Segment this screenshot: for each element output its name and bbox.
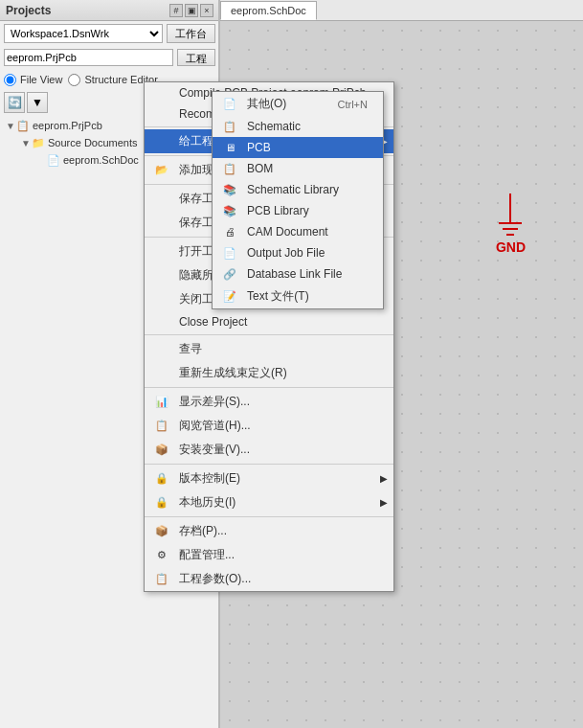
- project-row: 工程: [0, 46, 219, 69]
- other-shortcut: Ctrl+N: [338, 99, 368, 110]
- submenu-item-sch-lib-label: Schematic Library: [247, 183, 339, 196]
- submenu-item-output-job-label: Output Job File: [247, 246, 325, 260]
- hide-all-icon: [152, 268, 171, 284]
- submenu-item-sch-lib[interactable]: 📚 Schematic Library: [213, 179, 383, 200]
- menu-item-close-project-label: Close Project: [179, 315, 247, 329]
- tree-icon-project: 📋: [15, 118, 31, 133]
- tree-icon-source: 📁: [31, 135, 46, 150]
- submenu-item-db-link-label: Database Link File: [247, 267, 342, 281]
- project-input[interactable]: [4, 49, 173, 66]
- panel-header: Projects # ▣ ×: [0, 0, 219, 21]
- cam-doc-icon: 🖨: [220, 224, 239, 239]
- menu-sep-6: [145, 387, 393, 388]
- panel-float-button[interactable]: ▣: [185, 4, 198, 17]
- save-project-icon: [152, 192, 171, 207]
- tab-bar: eeprom.SchDoc: [220, 0, 583, 21]
- workspace-row: Workspace1.DsnWrk 工作台: [0, 21, 219, 46]
- submenu-item-schematic[interactable]: 📋 Schematic: [213, 116, 383, 137]
- structure-view-radio[interactable]: [68, 74, 80, 86]
- tree-label-schdoc: eeprom.SchDoc: [63, 154, 139, 166]
- menu-item-search[interactable]: 查寻: [145, 337, 393, 361]
- local-hist-arrow: ▶: [380, 497, 388, 508]
- menu-item-search-label: 查寻: [179, 341, 202, 357]
- menu-item-browse-channel[interactable]: 📋 阅览管道(H)...: [145, 414, 393, 438]
- toolbar-icon-1[interactable]: 🔄: [4, 92, 25, 113]
- menu-item-version-ctrl-label: 版本控制(E): [179, 470, 240, 487]
- pcb-lib-icon: 📚: [220, 203, 239, 218]
- menu-item-config-mgr-label: 配置管理...: [179, 547, 235, 563]
- file-view-radio[interactable]: [4, 74, 16, 86]
- recompile-icon: [152, 106, 171, 122]
- workspace-dropdown[interactable]: Workspace1.DsnWrk: [4, 24, 163, 43]
- submenu-item-bom[interactable]: 📋 BOM: [213, 158, 383, 179]
- menu-sep-5: [145, 334, 393, 335]
- menu-item-proj-params[interactable]: 📋 工程参数(O)...: [145, 567, 393, 591]
- tree-arrow-project: ▼: [6, 121, 15, 131]
- local-hist-icon: 🔒: [152, 495, 171, 511]
- menu-item-proj-params-label: 工程参数(O)...: [179, 571, 251, 587]
- submenu-item-cam-doc[interactable]: 🖨 CAM Document: [213, 221, 383, 242]
- menu-item-browse-channel-label: 阅览管道(H)...: [179, 418, 251, 434]
- version-ctrl-icon: 🔒: [152, 471, 171, 487]
- close-project-icon: [152, 314, 171, 330]
- menu-item-version-ctrl[interactable]: 🔒 版本控制(E) ▶: [145, 466, 393, 490]
- menu-item-regen[interactable]: 重新生成线束定义(R): [145, 361, 393, 385]
- close-docs-icon: [152, 292, 171, 307]
- text-file-icon: 📝: [220, 289, 239, 305]
- bom-icon: 📋: [220, 161, 239, 176]
- sch-lib-icon: 📚: [220, 182, 239, 197]
- menu-item-install-var[interactable]: 📦 安装变量(V)...: [145, 438, 393, 462]
- pcb-icon: 🖥: [220, 140, 239, 155]
- submenu-item-pcb-lib[interactable]: 📚 PCB Library: [213, 200, 383, 221]
- show-diff-icon: 📊: [152, 395, 171, 410]
- other-icon: 📄: [220, 97, 239, 112]
- menu-item-archive[interactable]: 📦 存档(P)...: [145, 519, 393, 543]
- menu-sep-7: [145, 464, 393, 465]
- install-var-icon: 📦: [152, 443, 171, 458]
- menu-item-regen-label: 重新生成线束定义(R): [179, 365, 287, 381]
- tab-schdoc-label: eeprom.SchDoc: [231, 5, 306, 16]
- output-job-icon: 📄: [220, 245, 239, 261]
- submenu: 📄 其他(O) Ctrl+N 📋 Schematic 🖥 PCB 📋 BOM 📚…: [212, 91, 384, 309]
- config-mgr-icon: ⚙: [152, 548, 171, 563]
- workspace-button[interactable]: 工作台: [167, 24, 215, 43]
- tab-schdoc[interactable]: eeprom.SchDoc: [220, 1, 317, 20]
- menu-item-archive-label: 存档(P)...: [179, 523, 227, 539]
- menu-item-local-hist[interactable]: 🔒 本地历史(I) ▶: [145, 490, 393, 514]
- file-view-label: File View: [20, 74, 62, 85]
- regen-icon: [152, 366, 171, 381]
- browse-channel-icon: 📋: [152, 419, 171, 434]
- menu-item-config-mgr[interactable]: ⚙ 配置管理...: [145, 543, 393, 567]
- open-project-icon: [152, 244, 171, 260]
- submenu-item-cam-doc-label: CAM Document: [247, 225, 328, 239]
- save-as-icon: [152, 216, 171, 231]
- submenu-item-other[interactable]: 📄 其他(O) Ctrl+N: [213, 92, 383, 116]
- search-icon: [152, 342, 171, 357]
- tree-arrow-source: ▼: [21, 138, 31, 148]
- gnd-bars: [499, 222, 522, 236]
- submenu-item-pcb-label: PCB: [247, 141, 271, 154]
- submenu-item-schematic-label: Schematic: [247, 120, 301, 133]
- toolbar-icon-2[interactable]: ▼: [27, 92, 48, 113]
- project-button[interactable]: 工程: [177, 49, 215, 66]
- tree-icon-schdoc: 📄: [46, 152, 61, 168]
- version-ctrl-arrow: ▶: [380, 473, 388, 484]
- schematic-icon: 📋: [220, 119, 239, 134]
- submenu-item-text-file[interactable]: 📝 Text 文件(T): [213, 284, 383, 308]
- submenu-item-pcb-lib-label: PCB Library: [247, 204, 309, 217]
- submenu-item-text-file-label: Text 文件(T): [247, 288, 309, 305]
- panel-close-button[interactable]: ×: [200, 4, 213, 17]
- menu-item-install-var-label: 安装变量(V)...: [179, 442, 250, 458]
- gnd-bar-3: [506, 234, 514, 236]
- submenu-item-db-link[interactable]: 🔗 Database Link File: [213, 263, 383, 284]
- gnd-text: GND: [496, 239, 526, 255]
- submenu-item-bom-label: BOM: [247, 162, 273, 175]
- add-new-icon: [152, 134, 171, 149]
- menu-item-close-project[interactable]: Close Project: [145, 311, 393, 332]
- submenu-item-pcb[interactable]: 🖥 PCB: [213, 137, 383, 158]
- tree-label-source: Source Documents: [48, 137, 138, 148]
- submenu-item-other-label: 其他(O): [247, 96, 286, 112]
- menu-item-show-diff[interactable]: 📊 显示差异(S)...: [145, 390, 393, 414]
- panel-pin-button[interactable]: #: [169, 4, 183, 17]
- submenu-item-output-job[interactable]: 📄 Output Job File: [213, 242, 383, 263]
